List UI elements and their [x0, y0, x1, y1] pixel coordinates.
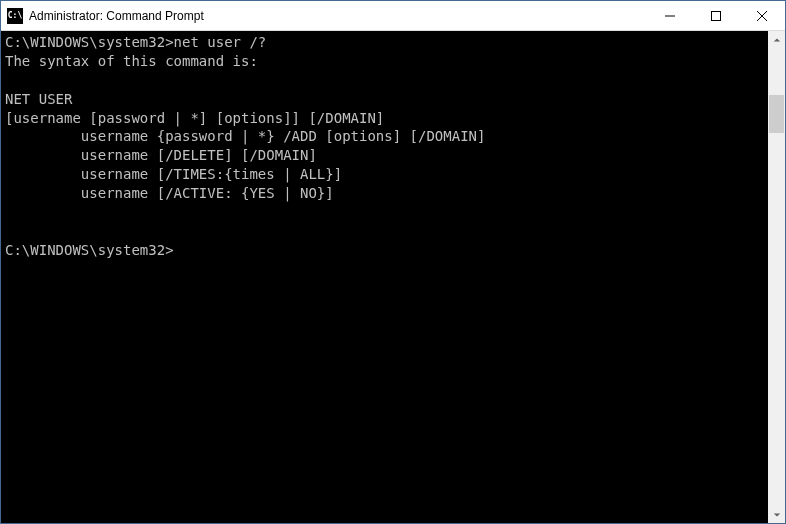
scroll-up-button[interactable] — [768, 31, 785, 48]
content-area: C:\WINDOWS\system32>net user /? The synt… — [1, 31, 785, 523]
scrollbar-track[interactable] — [768, 48, 785, 506]
cmd-icon: C:\ — [7, 8, 23, 24]
output-line: The syntax of this command is: — [5, 53, 258, 69]
output-line: username [/TIMES:{times | ALL}] — [5, 166, 342, 182]
typed-command: net user /? — [174, 34, 267, 50]
svg-rect-1 — [712, 11, 721, 20]
maximize-icon — [711, 11, 721, 21]
prompt-path: C:\WINDOWS\system32> — [5, 242, 174, 258]
scrollbar-thumb[interactable] — [769, 95, 784, 133]
output-line: [username [password | *] [options]] [/DO… — [5, 110, 384, 126]
window-title: Administrator: Command Prompt — [29, 9, 647, 23]
close-icon — [757, 11, 767, 21]
output-line: username [/DELETE] [/DOMAIN] — [5, 147, 317, 163]
prompt-path: C:\WINDOWS\system32> — [5, 34, 174, 50]
maximize-button[interactable] — [693, 1, 739, 30]
terminal-output[interactable]: C:\WINDOWS\system32>net user /? The synt… — [1, 31, 768, 523]
chevron-up-icon — [773, 36, 781, 44]
window-controls — [647, 1, 785, 30]
minimize-button[interactable] — [647, 1, 693, 30]
output-line: username {password | *} /ADD [options] [… — [5, 128, 485, 144]
minimize-icon — [665, 11, 675, 21]
chevron-down-icon — [773, 511, 781, 519]
vertical-scrollbar[interactable] — [768, 31, 785, 523]
output-line: NET USER — [5, 91, 72, 107]
command-prompt-window: C:\ Administrator: Command Prompt C:\WIN… — [0, 0, 786, 524]
close-button[interactable] — [739, 1, 785, 30]
titlebar[interactable]: C:\ Administrator: Command Prompt — [1, 1, 785, 31]
output-line: username [/ACTIVE: {YES | NO}] — [5, 185, 334, 201]
scroll-down-button[interactable] — [768, 506, 785, 523]
